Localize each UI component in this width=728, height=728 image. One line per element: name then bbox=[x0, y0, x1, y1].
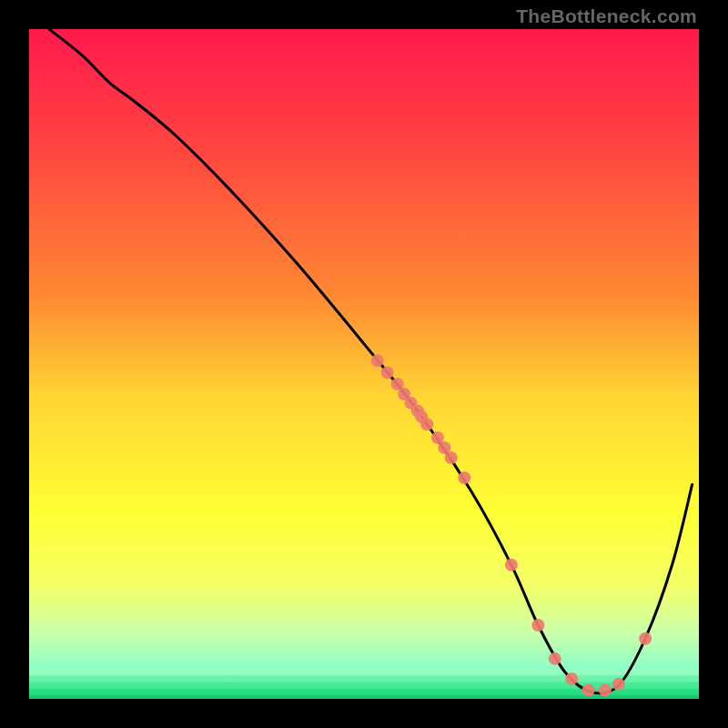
chart-stage: TheBottleneck.com bbox=[0, 0, 728, 728]
chart-svg bbox=[29, 29, 699, 699]
gradient-band bbox=[29, 695, 699, 699]
highlight-point bbox=[371, 354, 384, 367]
highlight-point bbox=[458, 471, 470, 484]
highlight-point bbox=[420, 418, 433, 430]
highlight-point bbox=[381, 367, 394, 379]
attribution-text: TheBottleneck.com bbox=[516, 5, 697, 27]
gradient-band bbox=[29, 675, 699, 682]
highlight-point bbox=[549, 652, 561, 665]
gradient-band bbox=[29, 682, 699, 689]
highlight-point bbox=[612, 678, 625, 691]
highlight-point bbox=[599, 683, 612, 696]
plot-area bbox=[29, 29, 699, 699]
highlight-point bbox=[505, 559, 518, 571]
highlight-point bbox=[565, 672, 578, 685]
gradient-background bbox=[29, 29, 699, 699]
highlight-point bbox=[445, 451, 458, 464]
gradient-band bbox=[29, 669, 699, 675]
highlight-point bbox=[531, 619, 544, 632]
highlight-point bbox=[639, 632, 652, 645]
highlight-point bbox=[582, 683, 595, 696]
